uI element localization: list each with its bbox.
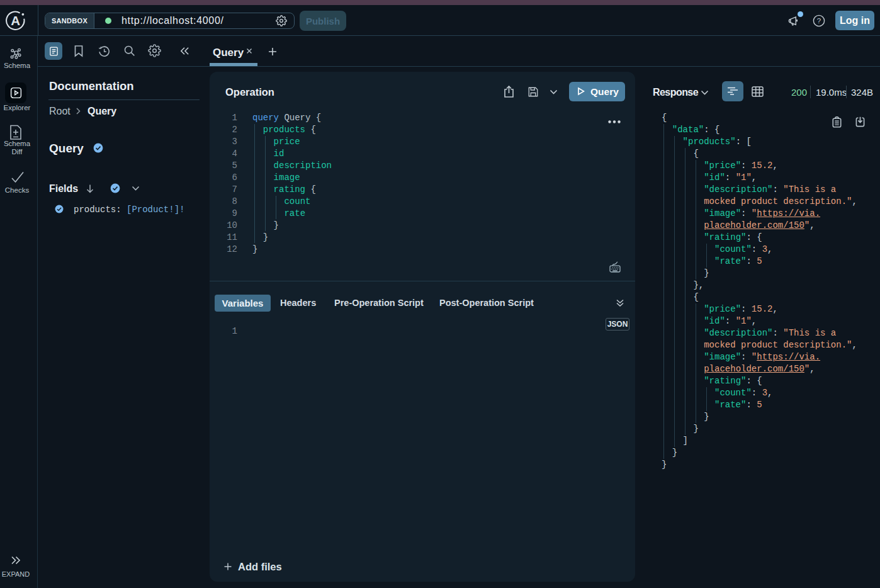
svg-text:A: A: [11, 13, 20, 28]
svg-text:?: ?: [817, 17, 821, 25]
